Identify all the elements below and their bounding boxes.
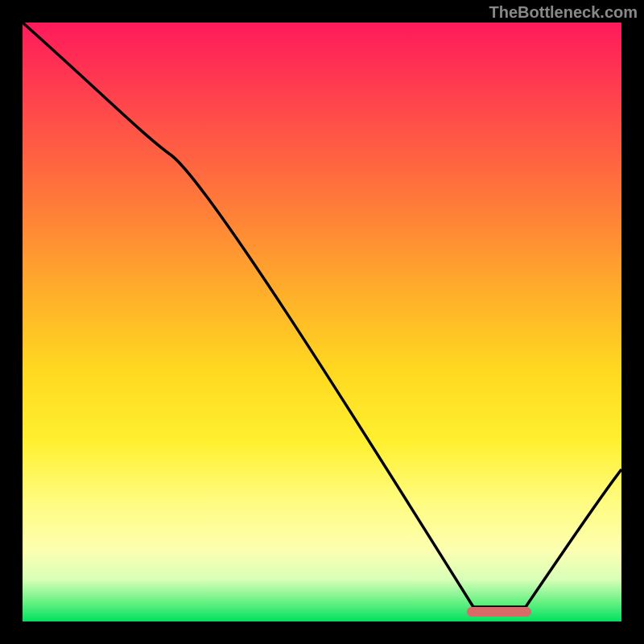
chart-plot-area [23,23,621,621]
bottleneck-curve [23,23,621,621]
watermark-text: TheBottleneck.com [489,3,638,22]
curve-path [23,23,621,607]
optimal-range-marker [467,607,531,617]
